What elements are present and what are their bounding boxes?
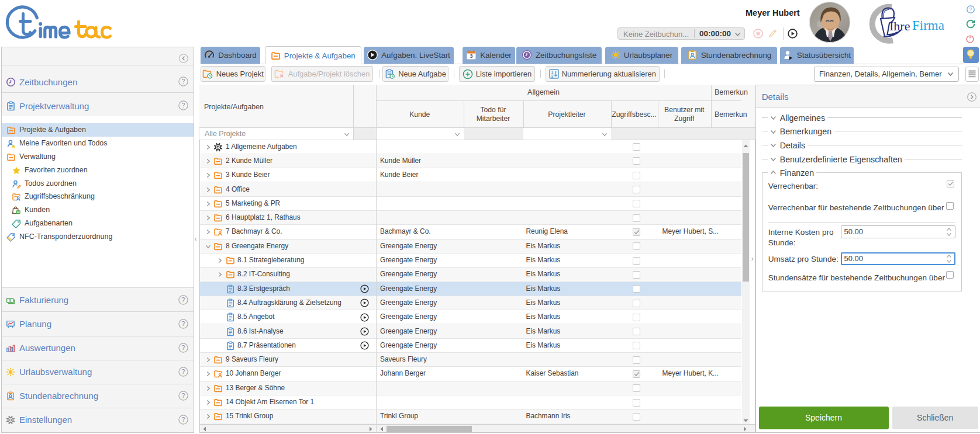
svg-text:?: ? bbox=[182, 78, 185, 85]
svg-text:?: ? bbox=[182, 416, 185, 423]
svg-text:$: $ bbox=[9, 298, 11, 303]
svg-text:?: ? bbox=[182, 368, 185, 375]
svg-text:?: ? bbox=[182, 296, 185, 303]
svg-text:?: ? bbox=[182, 344, 185, 351]
svg-text:2: 2 bbox=[551, 74, 553, 78]
svg-text:?: ? bbox=[182, 102, 185, 109]
svg-text:3: 3 bbox=[470, 53, 473, 59]
svg-text:?: ? bbox=[182, 320, 185, 327]
svg-text:1: 1 bbox=[551, 70, 553, 74]
svg-text:?: ? bbox=[969, 6, 972, 12]
svg-text:?: ? bbox=[182, 392, 185, 399]
